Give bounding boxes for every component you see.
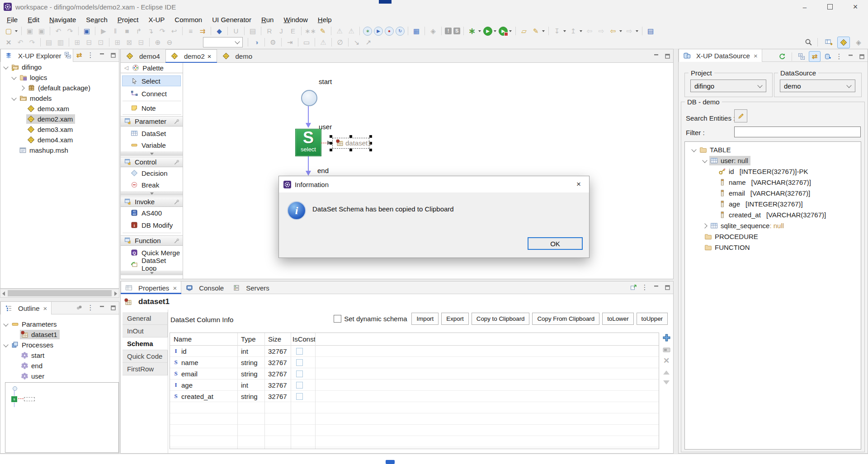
highlight-pen-dropdown-icon[interactable]: [542, 30, 545, 32]
tab-properties[interactable]: Properties ×: [121, 281, 181, 294]
outline-item-start[interactable]: start: [1, 350, 118, 361]
maximize-view-icon[interactable]: [663, 52, 671, 60]
explorer-item-difingo[interactable]: difingo: [1, 62, 118, 72]
debug-icon[interactable]: ∗: [467, 26, 477, 36]
expander-icon[interactable]: [11, 75, 16, 80]
explorer-item-demo4-xam[interactable]: demo4.xam: [1, 135, 118, 145]
explorer-item-models[interactable]: models: [1, 93, 118, 103]
delete-column-icon[interactable]: ✕: [663, 356, 670, 366]
menu-file[interactable]: File: [2, 14, 23, 25]
menu-search[interactable]: Search: [81, 14, 113, 25]
forward-history-dropdown-icon[interactable]: [636, 30, 638, 32]
expander-icon[interactable]: [702, 223, 707, 228]
tab-demo[interactable]: demo: [217, 49, 258, 63]
resource-perspective-icon[interactable]: ◈: [853, 37, 864, 48]
tree-item-column-id[interactable]: id [INTEGER(32767)]-PK: [686, 166, 860, 177]
undo-edit-icon[interactable]: ↶: [15, 37, 25, 47]
palette-scroll-down[interactable]: [121, 271, 183, 275]
collapse-palette-icon[interactable]: ◁: [124, 65, 128, 71]
view-menu-icon[interactable]: ⋮: [641, 283, 649, 291]
validate-add-icon[interactable]: ⚠: [346, 26, 356, 36]
user-select-node[interactable]: S select: [295, 129, 321, 156]
undo-icon[interactable]: ↶: [53, 26, 63, 36]
search-entities-button[interactable]: [734, 109, 747, 122]
tree-item-sqlite-sequence[interactable]: sqlite_sequence : null: [686, 220, 860, 231]
tree-item-column-created-at[interactable]: created_at [VARCHAR(32767)]: [686, 210, 860, 220]
zoom-out-icon[interactable]: ⊖: [165, 37, 175, 47]
tab-console[interactable]: Console: [181, 281, 228, 294]
maximize-view-icon[interactable]: [858, 52, 866, 61]
ui-table-icon[interactable]: ▦: [411, 26, 421, 36]
ok-button[interactable]: OK: [528, 237, 583, 250]
tree-item-user[interactable]: user : null: [686, 155, 860, 166]
table-row-created-at[interactable]: Screated_at string 32767: [170, 391, 659, 402]
align-left-icon[interactable]: ⊞: [113, 37, 123, 47]
pin-icon[interactable]: [173, 118, 180, 125]
search-icon[interactable]: [804, 38, 812, 47]
xup-deploy-icon[interactable]: ◆: [214, 26, 224, 36]
back-history-icon[interactable]: ⇦: [608, 26, 618, 36]
minimize-view-icon[interactable]: [98, 304, 106, 312]
forward-disabled-icon[interactable]: ⇨: [596, 26, 606, 36]
run-model-icon[interactable]: ▶: [374, 27, 383, 36]
import-button[interactable]: Import: [411, 313, 439, 325]
palette-item-connect[interactable]: Connect: [121, 88, 183, 99]
back-disabled-icon[interactable]: ⇦: [585, 26, 594, 36]
validate-icon[interactable]: ⚠: [335, 26, 344, 36]
isconst-checkbox[interactable]: [296, 370, 303, 377]
open-folder-icon[interactable]: ▱: [519, 26, 529, 36]
dialog-title-bar[interactable]: Information ×: [279, 176, 589, 192]
menu-x-up[interactable]: X-UP: [144, 14, 170, 25]
expander-icon[interactable]: [3, 321, 8, 326]
problems-icon[interactable]: ⚠: [318, 37, 328, 47]
schema-table[interactable]: Name Type Size IsConst Iid int 32767 Sna…: [170, 333, 659, 449]
save-all-icon[interactable]: ▣: [37, 26, 47, 36]
zoom-in-icon[interactable]: ⊕: [153, 37, 163, 47]
minimize-view-icon[interactable]: [98, 51, 106, 59]
outline-item-end[interactable]: end: [1, 361, 118, 371]
datasource-select[interactable]: demo: [780, 80, 855, 92]
table-row-age[interactable]: Iage int 32767: [170, 380, 659, 391]
table-row-empty[interactable]: [170, 402, 659, 413]
collapse-all-icon[interactable]: [64, 51, 72, 59]
edit-note-icon[interactable]: ✎: [318, 26, 328, 36]
toupper-button[interactable]: toUpper: [637, 313, 668, 325]
palette-item-variable[interactable]: Variable: [121, 140, 183, 150]
layout-radial-icon[interactable]: ⊡: [96, 37, 106, 47]
palette-item-decision[interactable]: Decision: [121, 168, 183, 178]
step-into-icon[interactable]: ↴: [146, 26, 156, 36]
pin-icon[interactable]: [173, 199, 180, 206]
paste-icon[interactable]: ▥: [56, 37, 66, 47]
tolower-button[interactable]: toLower: [602, 313, 633, 325]
isconst-checkbox[interactable]: [296, 382, 303, 389]
gen-e-icon[interactable]: E: [288, 26, 298, 36]
view-menu-icon[interactable]: ⋮: [86, 304, 94, 312]
tree-item-function[interactable]: FUNCTION: [686, 242, 860, 253]
tree-item-procedure[interactable]: PROCEDURE: [686, 231, 860, 242]
rail-tab-schema[interactable]: Schema: [123, 337, 168, 350]
expander-icon[interactable]: [702, 158, 707, 163]
move-down-icon[interactable]: [663, 380, 670, 384]
dataset1-node[interactable]: dataset1: [331, 136, 371, 150]
profile-dropdown-icon[interactable]: [509, 30, 512, 32]
table-row-empty[interactable]: [170, 425, 659, 436]
explorer-item-mashup-msh[interactable]: mashup.msh: [1, 145, 118, 155]
menu-help[interactable]: Help: [313, 14, 337, 25]
collapse-all-icon[interactable]: [797, 52, 806, 61]
tab-xup-explorer[interactable]: X-UP Explorer ×: [0, 49, 73, 62]
palette-section-parameter[interactable]: Parameter: [121, 116, 183, 127]
tab-demo2[interactable]: demo2 ×: [165, 49, 217, 63]
tab-outline[interactable]: Outline ×: [0, 302, 52, 314]
pin-icon[interactable]: [173, 159, 180, 166]
project-select[interactable]: difingo: [690, 80, 766, 92]
align-middle-icon[interactable]: ⊠: [124, 37, 134, 47]
maximize-view-icon[interactable]: [109, 304, 117, 312]
table-row-email[interactable]: Semail string 32767: [170, 368, 659, 380]
import-pref-dropdown-icon[interactable]: [563, 30, 566, 32]
palette-section-control[interactable]: Control: [121, 157, 183, 167]
view-menu-icon[interactable]: ⋮: [86, 51, 94, 59]
datasource-tree[interactable]: TABLE user : null id [INTEGER(32767)]-PK…: [684, 141, 861, 450]
isconst-checkbox[interactable]: [296, 348, 303, 355]
palette-scroll-down[interactable]: [121, 151, 183, 156]
flag-error-icon[interactable]: !: [445, 28, 452, 34]
